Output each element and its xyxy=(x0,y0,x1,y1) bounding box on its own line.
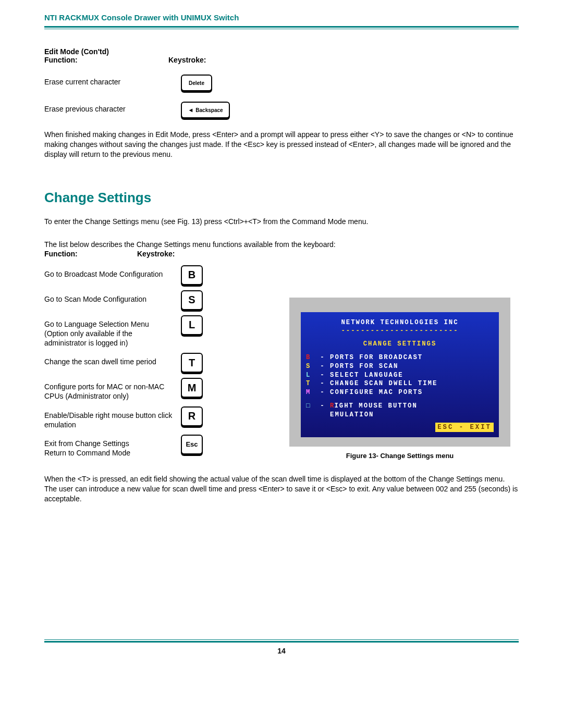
change-settings-outro: When the <T> is pressed, an edit field s… xyxy=(44,474,519,504)
osd-key: □ xyxy=(306,402,315,411)
osd-key: M xyxy=(306,388,315,397)
osd-screen: NETWORK TECHNOLOGIES INC ---------------… xyxy=(301,312,499,438)
settings-row-label: Enable/Disable right mouse button click … xyxy=(44,406,181,429)
osd-text: SELECT LANGUAGE xyxy=(330,371,403,380)
osd-text: CHANGE SCAN DWELL TIME xyxy=(330,379,437,388)
settings-row: Go to Scan Mode Configuration S xyxy=(44,290,263,310)
osd-text: RIGHT MOUSE BUTTON xyxy=(330,402,418,411)
header-rule xyxy=(44,26,519,29)
osd-item: L-SELECT LANGUAGE xyxy=(306,371,494,380)
arrow-left-icon: ◄ xyxy=(188,107,193,113)
osd-key: T xyxy=(306,379,315,388)
settings-row: Go to Language Selection Menu (Option on… xyxy=(44,315,263,348)
settings-row-label: Go to Scan Mode Configuration xyxy=(44,290,181,304)
edit-keystroke-header: Keystroke: xyxy=(168,56,206,64)
cs-keystroke-header: Keystroke: xyxy=(137,250,175,258)
settings-row-sub: (Option only available if the administra… xyxy=(44,329,181,348)
osd-subtitle: CHANGE SETTINGS xyxy=(306,340,494,349)
edit-row: Erase current character Delete xyxy=(44,75,519,91)
key-m-icon: M xyxy=(181,378,203,398)
settings-row: Exit from Change Settings Return to Comm… xyxy=(44,435,263,458)
figure-caption: Figure 13- Change Settings menu xyxy=(289,452,510,460)
edit-mode-title: Edit Mode (Con'td) xyxy=(44,47,519,56)
key-s-icon: S xyxy=(181,290,203,310)
settings-row: Change the scan dwell time period T xyxy=(44,353,263,373)
osd-key: S xyxy=(306,362,315,371)
cs-function-header: Function: xyxy=(44,250,137,258)
osd-item: S-PORTS FOR SCAN xyxy=(306,362,494,371)
key-t-icon: T xyxy=(181,353,203,373)
osd-item: B-PORTS FOR BROADCAST xyxy=(306,353,494,362)
key-r-icon: R xyxy=(181,406,203,426)
settings-row: Go to Broadcast Mode Configuration B xyxy=(44,265,263,285)
osd-exit: ESC - EXIT xyxy=(435,423,494,433)
settings-row: Enable/Disable right mouse button click … xyxy=(44,406,263,429)
osd-text: CONFIGURE MAC PORTS xyxy=(330,388,423,397)
settings-row-label: Exit from Change Settings Return to Comm… xyxy=(44,435,181,458)
footer-rule xyxy=(44,639,519,643)
osd-item: T-CHANGE SCAN DWELL TIME xyxy=(306,379,494,388)
edit-row: Erase previous character ◄Backspace xyxy=(44,102,519,118)
page-header-title: NTI RACKMUX Console Drawer with UNIMUX S… xyxy=(44,13,519,22)
osd-text: PORTS FOR SCAN xyxy=(330,362,398,371)
osd-divider: ------------------------ xyxy=(306,327,494,336)
backspace-key-label: Backspace xyxy=(195,107,223,113)
settings-row: Configure ports for MAC or non-MAC CPUs … xyxy=(44,378,263,401)
key-b-icon: B xyxy=(181,265,203,285)
osd-key: L xyxy=(306,371,315,380)
key-l-icon: L xyxy=(181,315,203,335)
settings-row-label: Go to Broadcast Mode Configuration xyxy=(44,265,181,279)
osd-item: -EMULATION xyxy=(306,411,494,419)
osd-rb2: EMULATION xyxy=(330,411,374,419)
edit-function-header: Function: xyxy=(44,56,168,64)
osd-item: M-CONFIGURE MAC PORTS xyxy=(306,388,494,397)
osd-title: NETWORK TECHNOLOGIES INC xyxy=(306,318,494,327)
settings-function-list: Go to Broadcast Mode Configuration B Go … xyxy=(44,265,263,463)
edit-mode-paragraph: When finished making changes in Edit Mod… xyxy=(44,130,519,159)
settings-row-label: Change the scan dwell time period xyxy=(44,353,181,366)
osd-text: PORTS FOR BROADCAST xyxy=(330,353,423,362)
figure-13: NETWORK TECHNOLOGIES INC ---------------… xyxy=(289,298,510,460)
osd-item: □-RIGHT MOUSE BUTTON xyxy=(306,402,494,411)
osd-rb1: IGHT MOUSE BUTTON xyxy=(334,402,417,410)
osd-key: B xyxy=(306,353,315,362)
settings-row-label: Go to Language Selection Menu (Option on… xyxy=(44,315,181,348)
edit-row-label: Erase current character xyxy=(44,75,181,86)
delete-key-icon: Delete xyxy=(181,75,212,91)
settings-row-main: Go to Language Selection Menu xyxy=(44,320,149,328)
change-settings-intro: To enter the Change Settings menu (see F… xyxy=(44,217,519,226)
key-esc-icon: Esc xyxy=(181,435,203,454)
backspace-key-icon: ◄Backspace xyxy=(181,102,230,118)
osd-frame: NETWORK TECHNOLOGIES INC ---------------… xyxy=(289,298,510,447)
change-settings-heading: Change Settings xyxy=(44,190,519,206)
settings-row-label: Configure ports for MAC or non-MAC CPUs … xyxy=(44,378,181,401)
page-number: 14 xyxy=(44,647,519,655)
change-settings-list-intro: The list below describes the Change Sett… xyxy=(44,240,519,249)
edit-row-label: Erase previous character xyxy=(44,102,181,113)
